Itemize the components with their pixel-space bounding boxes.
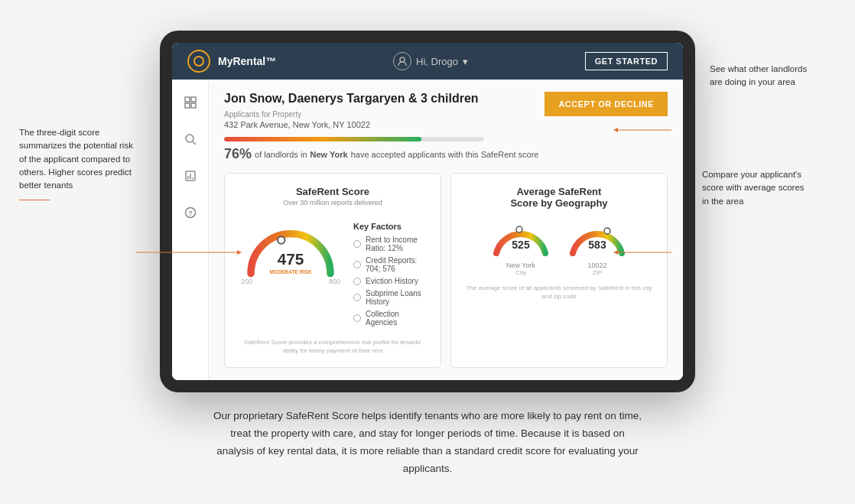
gauge-svg: 475 MODERATE RISK [237,216,344,281]
saferent-score-card: SafeRent Score Over 30 million reports d… [224,173,441,368]
user-greeting: Hi, Drogo [416,56,458,67]
geography-card: Average SafeRent Score by Geography [450,173,668,368]
factor-dot-5 [353,314,361,322]
gauge-labels: 200 800 [241,278,340,285]
annotation-right-bottom: Compare your applicant's score with aver… [702,168,809,208]
progress-percentage: 76% [224,146,252,162]
factor-item-4: Subprime Loans History [353,289,428,306]
property-address: 432 Park Avenue, New York, NY 10022 [224,120,479,129]
svg-text:525: 525 [512,239,530,251]
key-factors: Key Factors Rent to Income Ratio: 12% [353,222,428,330]
factor-label-1: Rent to Income Ratio: 12% [366,236,428,252]
city-sublabel: City [515,269,526,276]
applicant-header: Jon Snow, Daenerys Targaryen & 3 childre… [224,92,668,129]
svg-text:MODERATE RISK: MODERATE RISK [270,269,312,275]
zip-gauge: 583 10022 ZIP [567,216,628,276]
annotation-right-top-text: See what other landlords are doing in yo… [710,64,807,86]
saferent-card-footer: SafeRent Score provides a comprehensive … [237,338,428,355]
progress-bar-container [224,137,484,141]
city-gauge: 525 New York City [490,216,551,276]
svg-point-13 [278,236,284,243]
geo-title-1: Average SafeRent [517,186,602,197]
factor-item-2: Credit Reports: 704; 576 [353,256,428,273]
main-panel: Jon Snow, Daenerys Targaryen & 3 childre… [209,80,683,380]
sidebar-reports-icon[interactable] [180,165,201,187]
factor-label-3: Eviction History [366,277,418,285]
factor-item-3: Eviction History [353,277,428,285]
annotation-right-top: See what other landlords are doing in yo… [710,63,809,89]
brand-name: MyRental™ [218,55,276,67]
svg-line-6 [193,141,196,145]
svg-text:475: 475 [278,250,304,268]
zip-label: 10022 [587,262,606,269]
progress-location: New York [310,150,348,159]
city-gauge-svg: 525 [490,216,551,259]
page-wrapper: The three-digit score summarizes the pot… [0,0,855,504]
chevron-down-icon: ▾ [463,56,468,67]
svg-text:583: 583 [588,239,606,251]
saferent-card-subtitle: Over 30 million reports delivered [237,199,428,206]
svg-rect-4 [191,103,196,108]
saferent-gauge: 475 MODERATE RISK 200 800 [237,216,344,324]
bottom-description-text: Our proprietary SafeRent Score helps ide… [213,410,642,474]
user-menu[interactable]: Hi, Drogo ▾ [393,52,468,70]
content-area: ? Jon Snow, Daenerys Targaryen & 3 child… [172,80,683,380]
progress-description-pre: of landlords in [255,150,307,159]
annotation-right-bottom-text: Compare your applicant's score with aver… [702,170,805,206]
geo-card-footer: The average score of all applicants scre… [463,284,655,301]
sidebar-help-icon[interactable]: ? [180,202,201,223]
factor-label-4: Subprime Loans History [366,289,428,306]
brand-logo: MyRental™ [187,50,276,73]
svg-point-5 [186,135,193,142]
tablet-frame: MyRental™ Hi, Drogo ▾ GET STARTED [160,31,695,392]
navbar: MyRental™ Hi, Drogo ▾ GET STARTED [172,43,683,80]
svg-point-0 [400,57,405,62]
svg-rect-2 [191,97,196,102]
city-label: New York [506,262,535,269]
svg-rect-1 [185,97,190,102]
geo-title-2: Score by Geography [510,197,607,209]
logo-icon [187,50,210,73]
property-label: Applicants for Property [224,110,479,119]
factor-item-1: Rent to Income Ratio: 12% [353,236,428,252]
progress-section: 76% of landlords in New York have accept… [224,137,668,162]
saferent-card-title: SafeRent Score [237,186,428,197]
svg-point-18 [604,228,610,234]
zip-sublabel: ZIP [593,269,602,276]
gauge-min: 200 [241,278,252,285]
progress-description-post: have accepted applicants with this SafeR… [351,150,539,159]
factor-label-5: Collection Agencies [366,310,428,327]
applicant-info: Jon Snow, Daenerys Targaryen & 3 childre… [224,92,479,129]
get-started-button[interactable]: GET STARTED [585,52,668,70]
factor-dot-1 [353,240,361,248]
accept-decline-button[interactable]: ACCEPT OR DECLINE [545,92,668,116]
factor-item-5: Collection Agencies [353,310,428,327]
progress-bar-fill [224,137,421,141]
score-cards: SafeRent Score Over 30 million reports d… [224,173,668,368]
annotation-left: The three-digit score summarizes the pot… [19,126,134,206]
factor-dot-3 [353,278,361,285]
bottom-description: Our proprietary SafeRent Score helps ide… [213,408,642,478]
geo-gauges: 525 New York City [463,216,655,276]
tablet-screen: MyRental™ Hi, Drogo ▾ GET STARTED [172,43,683,380]
svg-text:?: ? [188,210,193,217]
sidebar-search-icon[interactable] [180,128,201,150]
applicant-name: Jon Snow, Daenerys Targaryen & 3 childre… [224,92,479,106]
factor-dot-2 [353,261,361,268]
user-avatar-icon [393,52,411,70]
progress-text: 76% of landlords in New York have accept… [224,146,668,162]
key-factors-title: Key Factors [353,222,428,231]
svg-rect-3 [185,103,190,108]
annotation-left-text: The three-digit score summarizes the pot… [19,128,133,190]
sidebar: ? [172,80,209,380]
svg-point-16 [516,226,522,232]
sidebar-grid-icon[interactable] [180,92,201,113]
zip-gauge-svg: 583 [567,216,628,259]
gauge-max: 800 [329,278,340,285]
factor-dot-4 [353,294,361,301]
geo-card-title: Average SafeRent Score by Geography [463,186,655,209]
factor-label-2: Credit Reports: 704; 576 [366,256,428,273]
